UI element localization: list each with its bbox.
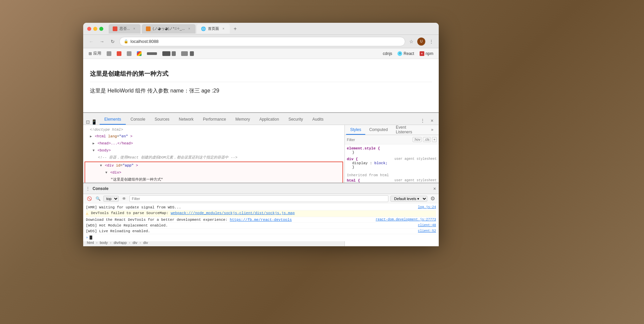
cdnjs-label: cdnjs — [383, 51, 392, 56]
tab-more-styles[interactable]: » — [427, 125, 437, 135]
tab-console[interactable]: Console — [126, 115, 150, 125]
console-level-dropdown[interactable]: Default levels ▾ — [390, 196, 427, 202]
bookmark-7[interactable] — [179, 51, 196, 57]
back-button[interactable]: ← — [87, 38, 95, 46]
console-context-dropdown[interactable]: top — [103, 196, 119, 202]
console-source-3[interactable]: react-dom.development.js:27773 — [376, 218, 436, 221]
filter-add[interactable]: + — [432, 137, 437, 142]
tab-memory[interactable]: Memory — [231, 115, 255, 125]
filter-badges: :hov .cls + — [413, 137, 437, 142]
console-title: Console — [93, 186, 108, 191]
console-source-5[interactable]: client:52 — [418, 229, 436, 233]
tab-event-listeners[interactable]: Event Listeners — [392, 125, 427, 135]
console-source-1[interactable]: log.js:24 — [418, 205, 436, 209]
bookmark-3[interactable] — [125, 51, 133, 57]
tab-2[interactable]: (ノ◕ヮ◕)ノ*:ﾟ✧_... × — [142, 24, 196, 34]
bookmark-5[interactable] — [145, 52, 159, 56]
console-msg-2: DevTools failed to parse SourceMap: webp… — [91, 211, 436, 215]
bookmark-npm[interactable]: n npm — [418, 51, 435, 57]
tab-audits[interactable]: Audits — [308, 115, 328, 125]
html-line-html[interactable]: ▶ <html lang="en" > — [83, 133, 344, 140]
bookmark-2[interactable] — [115, 51, 123, 57]
tab-2-close[interactable]: × — [187, 26, 192, 31]
console-eye-btn[interactable]: 👁 — [121, 195, 127, 202]
console-toolbar: 🚫 🔍 top 👁 Default levels ▾ ⚙ — [83, 194, 439, 203]
tab-network[interactable]: Network — [174, 115, 198, 125]
new-tab-button[interactable]: + — [231, 25, 239, 33]
html-line-div-app[interactable]: ▼ <div id="app" > — [85, 162, 342, 169]
html-line-body[interactable]: ▼ <body> — [83, 147, 344, 154]
tab-styles[interactable]: Styles — [346, 125, 365, 135]
reload-button[interactable]: ↻ — [109, 38, 117, 46]
element-style-close: } — [352, 150, 355, 154]
console-line-1: [HMR] Waiting for update signal from WDS… — [86, 205, 436, 210]
html-line-doctype[interactable]: <!doctype html> — [83, 126, 344, 133]
filter-hov[interactable]: :hov — [413, 137, 422, 142]
css-selector-element: element.style { — [347, 146, 437, 150]
tab-elements[interactable]: Elements — [100, 115, 126, 125]
star-button[interactable]: ☆ — [408, 38, 415, 45]
html-line-comment[interactable]: <!-- 容器，使用React 创建的虚拟DOM元素，都会设置还到这个指定的容器… — [83, 154, 344, 161]
console-settings-btn[interactable]: ⚙ — [429, 195, 436, 202]
html-line-text1[interactable]: "这里是创建组件的第一种方式" — [85, 176, 342, 183]
console-clear-btn[interactable]: 🚫 — [86, 195, 93, 202]
html-expand[interactable]: ▶ — [90, 135, 92, 138]
styles-tab-bar: Styles Computed Event Listeners » — [345, 125, 439, 135]
devtools-close-button[interactable]: × — [428, 117, 436, 125]
maximize-button[interactable] — [99, 27, 103, 31]
tab-security[interactable]: Security — [284, 115, 308, 125]
page-heading-1: 这里是创建组件的第一种方式 — [90, 66, 432, 82]
bookmark-react[interactable]: ⚛ React — [395, 51, 416, 57]
div1-expand[interactable]: ▼ — [105, 171, 107, 175]
bookmark-4[interactable] — [135, 51, 144, 57]
div-app-id-val: "app" — [122, 164, 133, 168]
div-app-id-attr: id — [116, 164, 120, 168]
filter-cls[interactable]: .cls — [423, 137, 431, 142]
devtools-more-button[interactable]: ⋮ — [419, 117, 427, 125]
console-filter-btn[interactable]: 🔍 — [95, 195, 101, 202]
div-display-prop: display — [352, 161, 368, 165]
comment-text: <!-- 容器，使用React 创建的虚拟DOM元素，都会设置还到这个指定的容器… — [98, 155, 237, 159]
styles-filter-input[interactable] — [347, 138, 411, 142]
devtools-mobile-icon[interactable]: 📱 — [91, 119, 97, 125]
console-close-button[interactable]: × — [433, 186, 436, 191]
console-line-4: [WDS] Hot Module Replacement enabled. cl… — [86, 223, 436, 229]
bookmark-cdnjs[interactable]: cdnjs — [381, 51, 394, 57]
more-button[interactable]: ⋮ — [428, 38, 435, 45]
bookmark-1[interactable] — [105, 51, 113, 57]
div-app-expand[interactable]: ▼ — [100, 164, 102, 168]
react-devtools-link[interactable]: https://fb.me/react-devtools — [230, 218, 292, 222]
console-filter-input[interactable] — [129, 195, 388, 202]
devtools-cursor-icon[interactable]: ⊡ — [86, 119, 90, 125]
css-element-close: } — [347, 150, 437, 154]
sourcemap-link[interactable]: webpack:///node_modules/sockjs-client/di… — [171, 211, 295, 215]
tab-1[interactable]: 思否... × — [109, 24, 141, 34]
div1-tag: <div> — [110, 171, 121, 175]
url-bar[interactable]: 🔒 localhost:8088 — [119, 37, 405, 46]
tab-computed[interactable]: Computed — [365, 125, 392, 135]
close-button[interactable] — [87, 27, 91, 31]
tab-sources[interactable]: Sources — [150, 115, 174, 125]
apps-icon: ⊞ — [89, 51, 92, 56]
tab-1-close[interactable]: × — [132, 26, 137, 31]
console-source-4[interactable]: client:48 — [418, 223, 436, 227]
head-tag: <head>...</head> — [98, 141, 133, 145]
devtools-tab-bar: ⊡ 📱 Elements Console Sources Network Per… — [83, 113, 439, 125]
css-rule-element: element.style { } — [347, 146, 437, 154]
bookmark-apps[interactable]: ⊞ 应用 — [87, 50, 103, 57]
head-expand[interactable]: ▶ — [93, 142, 95, 145]
tab-application[interactable]: Application — [255, 115, 284, 125]
tab-3-close[interactable]: × — [221, 26, 226, 31]
html-line-head[interactable]: ▶ <head>...</head> — [83, 140, 344, 147]
tab-performance[interactable]: Performance — [198, 115, 231, 125]
forward-button[interactable]: → — [98, 38, 106, 46]
minimize-button[interactable] — [93, 27, 97, 31]
tab-3[interactable]: 🌐 首页面 × — [197, 24, 230, 34]
html-line-div1[interactable]: ▼ <div> — [85, 169, 342, 176]
react-icon: ⚛ — [397, 51, 402, 56]
body-expand[interactable]: ▼ — [93, 149, 95, 152]
bookmark-6[interactable] — [160, 51, 178, 57]
doctype-text: <!doctype html> — [90, 128, 123, 132]
console-content[interactable]: [HMR] Waiting for update signal from WDS… — [83, 203, 439, 241]
console-prompt-line[interactable]: › — [86, 234, 436, 241]
